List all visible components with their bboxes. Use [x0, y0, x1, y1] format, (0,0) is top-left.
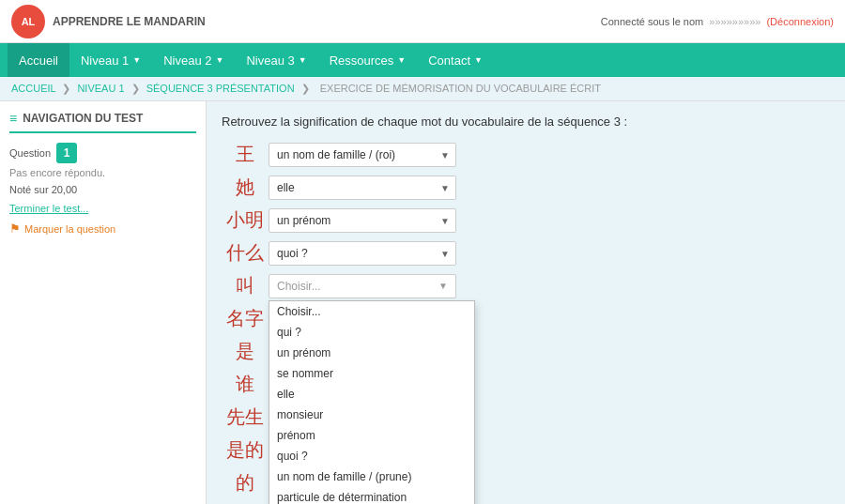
- breadcrumb-niveau1[interactable]: NIVEAU 1: [77, 83, 124, 94]
- nav-niveau3[interactable]: Niveau 3 ▼: [235, 43, 317, 77]
- vocabulary-select[interactable]: un prénom: [269, 208, 456, 233]
- dropdown-option[interactable]: quoi ?: [269, 446, 474, 466]
- select-wrapper: quoi ?▼: [269, 241, 456, 266]
- breadcrumb-sep: ❯: [131, 83, 143, 94]
- dropdown-option[interactable]: un prénom: [269, 343, 474, 363]
- deconnexion-link[interactable]: (Déconnexion): [766, 16, 834, 27]
- breadcrumb-sep: ❯: [301, 83, 313, 94]
- breadcrumb-sep: ❯: [62, 83, 73, 94]
- select-wrapper: un nom de famille / (roi)▼: [269, 143, 456, 167]
- chinese-character: 她: [222, 175, 269, 200]
- select-wrapper: elle▼: [269, 176, 456, 200]
- vocabulary-select[interactable]: quoi ?: [269, 241, 456, 266]
- sidebar-title: ≡ NAVIGATION DU TEST: [9, 111, 196, 133]
- breadcrumb: ACCUEIL ❯ NIVEAU 1 ❯ SÉQUENCE 3 PRÉSENTA…: [0, 77, 845, 101]
- main-layout: ≡ NAVIGATION DU TEST Question 1 Pas enco…: [0, 101, 845, 504]
- vocab-row: 叫Choisir...▼Choisir...qui ?un prénomse n…: [222, 273, 830, 298]
- dropdown-trigger[interactable]: Choisir...▼: [269, 274, 456, 298]
- finish-test-link[interactable]: Terminer le test...: [9, 203, 196, 214]
- chevron-down-icon: ▼: [215, 55, 223, 65]
- mark-question-button[interactable]: ⚑ Marquer la question: [9, 221, 196, 236]
- vocab-row: 王un nom de famille / (roi)▼: [222, 142, 830, 167]
- select-wrapper: un prénom▼: [269, 208, 456, 233]
- chinese-character: 先生: [222, 405, 269, 430]
- dropdown-option[interactable]: elle: [269, 384, 474, 405]
- dropdown-option[interactable]: un nom de famille / (prune): [269, 466, 474, 487]
- dropdown-option[interactable]: particule de détermination: [269, 487, 474, 505]
- sidebar: ≡ NAVIGATION DU TEST Question 1 Pas enco…: [0, 101, 207, 504]
- nav-ressources[interactable]: Ressources ▼: [318, 43, 418, 77]
- nav-niveau1[interactable]: Niveau 1 ▼: [69, 43, 152, 77]
- question-number[interactable]: 1: [56, 143, 77, 163]
- vocabulary-select[interactable]: elle: [269, 176, 456, 200]
- dropdown-option[interactable]: prénom: [269, 425, 474, 446]
- dropdown-option[interactable]: Choisir...: [269, 301, 474, 322]
- content-area: Retrouvez la signification de chaque mot…: [207, 101, 845, 504]
- nav-bar: Accueil Niveau 1 ▼ Niveau 2 ▼ Niveau 3 ▼…: [0, 43, 845, 77]
- breadcrumb-accueil[interactable]: ACCUEIL: [11, 83, 55, 94]
- chinese-character: 是: [222, 339, 269, 364]
- top-bar: AL APPRENDRE LE MANDARIN Connecté sous l…: [0, 0, 845, 43]
- chinese-character: 什么: [222, 240, 269, 266]
- score-text: Noté sur 20,00: [9, 184, 196, 195]
- mark-question-label: Marquer la question: [24, 223, 115, 235]
- chinese-character: 谁: [222, 372, 269, 397]
- chevron-down-icon: ▼: [299, 55, 307, 65]
- logo-text: APPRENDRE LE MANDARIN: [53, 15, 206, 28]
- instruction-text: Retrouvez la signification de chaque mot…: [222, 115, 830, 129]
- logo-icon: AL: [11, 5, 45, 38]
- dropdown-option[interactable]: se nommer: [269, 363, 474, 384]
- chevron-down-icon: ▼: [397, 55, 406, 65]
- connected-label: Connecté sous le nom: [601, 16, 703, 27]
- chevron-down-icon: ▼: [132, 55, 141, 65]
- chinese-character: 的: [222, 470, 269, 496]
- chinese-character: 是的: [222, 437, 269, 463]
- dropdown-menu: Choisir...qui ?un prénomse nommerellemon…: [269, 300, 475, 505]
- nav-contact[interactable]: Contact ▼: [417, 43, 494, 77]
- nav-niveau2[interactable]: Niveau 2 ▼: [152, 43, 235, 77]
- nav-accueil[interactable]: Accueil: [8, 43, 69, 77]
- chinese-character: 叫: [222, 273, 269, 298]
- chinese-character: 名字: [222, 306, 269, 331]
- chevron-down-icon: ▼: [474, 55, 483, 65]
- breadcrumb-sequence3[interactable]: SÉQUENCE 3 PRÉSENTATION: [146, 83, 295, 94]
- dropdown-option[interactable]: monsieur: [269, 405, 474, 425]
- vocab-row: 小明un prénom▼: [222, 207, 830, 233]
- chinese-character: 王: [222, 142, 269, 167]
- top-right-info: Connecté sous le nom »»»»»»»»» (Déconnex…: [601, 16, 834, 27]
- vocab-row: 什么quoi ?▼: [222, 240, 830, 266]
- username: »»»»»»»»»: [709, 16, 760, 27]
- vocabulary-select[interactable]: un nom de famille / (roi): [269, 143, 456, 167]
- not-answered-text: Pas encore répondu.: [9, 167, 196, 178]
- menu-icon: ≡: [9, 111, 17, 126]
- chinese-character: 小明: [222, 207, 269, 233]
- breadcrumb-current: EXERCICE DE MÉMORISATION DU VOCABULAIRE …: [320, 83, 601, 94]
- vocab-rows: 王un nom de famille / (roi)▼她elle▼小明un pr…: [222, 142, 830, 504]
- dropdown-option[interactable]: qui ?: [269, 322, 474, 343]
- sidebar-title-text: NAVIGATION DU TEST: [23, 112, 143, 125]
- select-wrapper-open: Choisir...▼Choisir...qui ?un prénomse no…: [269, 274, 456, 298]
- vocab-row: 她elle▼: [222, 175, 830, 200]
- logo-area: AL APPRENDRE LE MANDARIN: [11, 5, 206, 38]
- flag-icon: ⚑: [9, 221, 21, 236]
- question-label: Question: [9, 147, 51, 159]
